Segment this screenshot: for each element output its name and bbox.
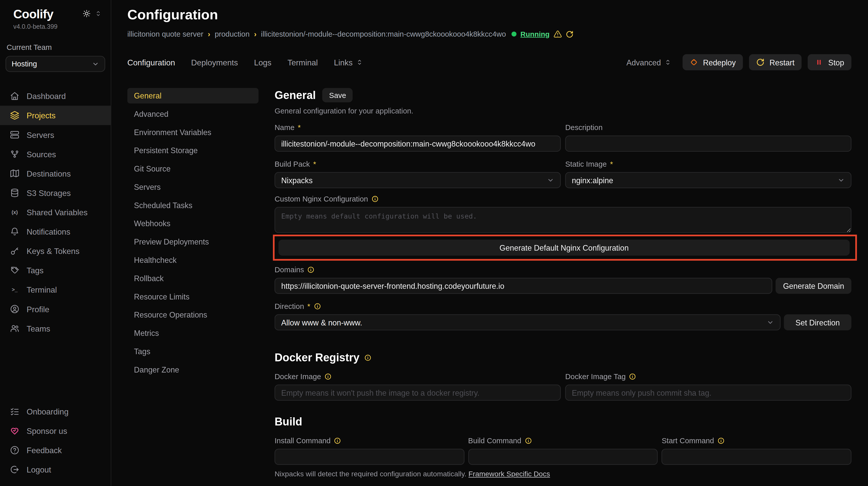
home-icon	[10, 91, 19, 101]
breadcrumb-item[interactable]: production	[215, 30, 249, 38]
docker-image-tag-input[interactable]	[565, 385, 851, 400]
status-dot	[512, 32, 517, 37]
framework-docs-link[interactable]: Framework Specific Docs	[468, 470, 550, 478]
subnav-item-healthcheck[interactable]: Healthcheck	[127, 252, 258, 268]
advanced-dropdown[interactable]: Advanced	[626, 58, 672, 67]
sidebar-item-destinations[interactable]: Destinations	[0, 164, 111, 183]
tab-links[interactable]: Links	[334, 58, 363, 67]
subnav-item-metrics[interactable]: Metrics	[127, 325, 258, 341]
sidebar-item-sponsor-us[interactable]: Sponsor us	[0, 421, 111, 441]
sidebar-item-label: Keys & Tokens	[27, 247, 80, 256]
subnav-item-advanced[interactable]: Advanced	[127, 106, 258, 122]
generate-nginx-button[interactable]: Generate Default Nginx Configuration	[278, 240, 850, 256]
sidebar-item-keys-tokens[interactable]: Keys & Tokens	[0, 241, 111, 261]
redeploy-button[interactable]: Redeploy	[682, 54, 743, 70]
name-input[interactable]	[275, 136, 561, 152]
name-label: Name*	[275, 123, 561, 132]
theme-chevrons-icon[interactable]	[95, 10, 102, 17]
subnav-item-servers[interactable]: Servers	[127, 180, 258, 195]
subnav-item-rollback[interactable]: Rollback	[127, 270, 258, 286]
tab-logs[interactable]: Logs	[254, 58, 271, 67]
app-version: v4.0.0-beta.399	[0, 22, 111, 30]
warning-icon[interactable]	[553, 30, 562, 38]
sidebar-item-shared-variables[interactable]: (x)Shared Variables	[0, 202, 111, 222]
tab-label: Logs	[254, 58, 271, 67]
sidebar-item-projects[interactable]: Projects	[0, 106, 111, 125]
sidebar-item-feedback[interactable]: Feedback	[0, 441, 111, 460]
app-logo: Coolify	[13, 7, 54, 22]
info-icon[interactable]	[314, 303, 321, 310]
bell-icon	[10, 227, 19, 236]
chevrons-up-down-icon	[356, 59, 363, 66]
description-input[interactable]	[565, 136, 851, 152]
info-icon[interactable]	[308, 266, 315, 273]
build-heading: Build	[275, 416, 851, 428]
tab-deployments[interactable]: Deployments	[191, 58, 238, 67]
stop-button[interactable]: Stop	[808, 54, 851, 70]
sidebar-item-notifications[interactable]: Notifications	[0, 222, 111, 241]
build-pack-label: Build Pack*	[275, 160, 561, 168]
team-select[interactable]: Hosting	[6, 56, 105, 72]
map-icon	[10, 169, 19, 178]
tab-label: Deployments	[191, 58, 238, 67]
sidebar-item-sources[interactable]: Sources	[0, 144, 111, 164]
general-subtitle: General configuration for your applicati…	[275, 107, 851, 115]
sidebar-item-servers[interactable]: Servers	[0, 125, 111, 144]
info-icon[interactable]	[525, 437, 532, 444]
info-icon[interactable]	[334, 437, 341, 444]
static-image-select[interactable]: nginx:alpine	[565, 172, 851, 188]
breadcrumb-item[interactable]: illicitestonion/-module--decomposition:m…	[261, 30, 506, 38]
subnav-item-danger-zone[interactable]: Danger Zone	[127, 362, 258, 377]
start-command-input[interactable]	[662, 449, 851, 465]
subnav-item-resource-operations[interactable]: Resource Operations	[127, 307, 258, 323]
info-icon[interactable]	[629, 373, 636, 380]
direction-select[interactable]: Allow www & non-www.	[275, 314, 781, 330]
save-button[interactable]: Save	[322, 88, 353, 102]
sidebar-item-s3-storages[interactable]: S3 Storages	[0, 183, 111, 202]
install-command-input[interactable]	[275, 449, 464, 465]
theme-toggle-icon[interactable]	[83, 9, 91, 18]
sidebar-item-tags[interactable]: Tags	[0, 261, 111, 280]
tab-configuration[interactable]: Configuration	[127, 58, 175, 67]
subnav-item-persistent-storage[interactable]: Persistent Storage	[127, 143, 258, 158]
subnav-item-general[interactable]: General	[127, 88, 258, 103]
action-buttons: Advanced Redeploy Restart Stop	[626, 54, 851, 70]
info-icon[interactable]	[717, 437, 724, 444]
sidebar-footer: OnboardingSponsor usFeedbackLogout	[0, 402, 111, 486]
restart-button[interactable]: Restart	[749, 54, 802, 70]
nginx-config-textarea[interactable]	[275, 207, 851, 233]
subnav-item-environment-variables[interactable]: Environment Variables	[127, 124, 258, 140]
breadcrumb-separator: ›	[208, 30, 210, 38]
help-icon	[10, 446, 19, 455]
subnav-item-preview-deployments[interactable]: Preview Deployments	[127, 234, 258, 250]
subnav-item-git-source[interactable]: Git Source	[127, 161, 258, 176]
sidebar-item-profile[interactable]: Profile	[0, 299, 111, 319]
build-command-input[interactable]	[468, 449, 658, 465]
sidebar-item-label: Notifications	[27, 227, 70, 236]
status-area: Running	[512, 30, 574, 38]
generate-domain-button[interactable]: Generate Domain	[776, 278, 851, 294]
subnav-item-resource-limits[interactable]: Resource Limits	[127, 289, 258, 304]
subnav-item-scheduled-tasks[interactable]: Scheduled Tasks	[127, 197, 258, 213]
sidebar-item-terminal[interactable]: >_Terminal	[0, 280, 111, 299]
info-icon[interactable]	[324, 373, 332, 380]
domains-input[interactable]	[275, 278, 773, 294]
breadcrumb-item[interactable]: illicitonion quote server	[127, 30, 204, 38]
server-icon	[10, 130, 19, 139]
settings-subnav: GeneralAdvancedEnvironment VariablesPers…	[127, 88, 258, 377]
docker-image-input[interactable]	[275, 385, 561, 400]
subnav-item-webhooks[interactable]: Webhooks	[127, 216, 258, 231]
refresh-status-icon[interactable]	[566, 30, 573, 38]
info-icon[interactable]	[371, 195, 378, 202]
sidebar-item-onboarding[interactable]: Onboarding	[0, 402, 111, 421]
info-icon[interactable]	[365, 354, 372, 361]
tab-terminal[interactable]: Terminal	[287, 58, 318, 67]
sidebar-item-teams[interactable]: Teams	[0, 319, 111, 338]
build-pack-select[interactable]: Nixpacks	[275, 172, 561, 188]
subnav-item-tags[interactable]: Tags	[127, 344, 258, 359]
set-direction-button[interactable]: Set Direction	[784, 314, 851, 330]
status-running-link[interactable]: Running	[520, 30, 550, 38]
sidebar-item-dashboard[interactable]: Dashboard	[0, 86, 111, 106]
team-select-value: Hosting	[12, 60, 37, 68]
sidebar-item-logout[interactable]: Logout	[0, 460, 111, 479]
